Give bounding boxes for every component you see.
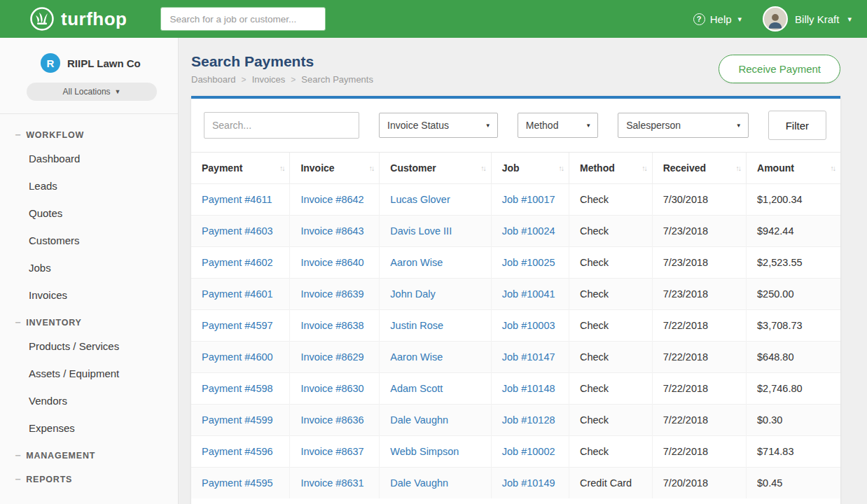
sidebar-item-assets-equipment[interactable]: Assets / Equipment	[0, 360, 178, 387]
column-label: Method	[580, 162, 615, 174]
table-row: Payment #4601Invoice #8639John DalyJob #…	[191, 279, 840, 310]
sidebar-item-vendors[interactable]: Vendors	[0, 387, 178, 414]
payment-link[interactable]: Payment #4596	[202, 446, 273, 457]
select-arrow-icon: ▼	[736, 122, 742, 129]
column-header-customer[interactable]: Customer↑↓	[380, 153, 491, 184]
invoice-link[interactable]: Invoice #8630	[300, 383, 363, 394]
invoice-link[interactable]: Invoice #8636	[300, 414, 363, 426]
page-head: Search Payments Dashboard>Invoices>Searc…	[191, 49, 840, 85]
sidebar-item-jobs[interactable]: Jobs	[0, 254, 178, 281]
cell-customer: Adam Scott	[380, 373, 491, 405]
table-head: Payment↑↓Invoice↑↓Customer↑↓Job↑↓Method↑…	[191, 153, 840, 184]
global-search-input[interactable]	[160, 7, 326, 31]
job-link[interactable]: Job #10017	[502, 194, 555, 205]
locations-wrap: All Locations ▼	[0, 73, 178, 114]
payment-link[interactable]: Payment #4598	[202, 383, 273, 394]
sort-arrows-icon: ↑↓	[279, 164, 284, 172]
column-header-job[interactable]: Job↑↓	[491, 153, 569, 184]
company-logo: R	[41, 53, 60, 73]
payment-link[interactable]: Payment #4611	[202, 194, 272, 205]
job-link[interactable]: Job #10148	[502, 383, 555, 394]
payment-link[interactable]: Payment #4603	[202, 225, 273, 237]
invoice-link[interactable]: Invoice #8643	[300, 225, 363, 237]
cell-method: Check	[569, 184, 652, 216]
payments-search-input[interactable]	[204, 112, 359, 139]
payment-link[interactable]: Payment #4595	[202, 477, 273, 489]
brand-logo[interactable]: turfhop	[29, 6, 127, 31]
column-header-method[interactable]: Method↑↓	[569, 153, 652, 184]
column-header-payment[interactable]: Payment↑↓	[191, 153, 290, 184]
column-header-received[interactable]: Received↑↓	[652, 153, 746, 184]
method-value: Method	[526, 120, 559, 131]
payment-link[interactable]: Payment #4597	[202, 320, 273, 331]
cell-job: Job #10024	[491, 216, 569, 247]
cell-amount: $0.45	[747, 468, 840, 499]
filter-button[interactable]: Filter	[768, 111, 826, 140]
sidebar-item-products-services[interactable]: Products / Services	[0, 332, 178, 360]
user-menu[interactable]: Billy Kraft ▾	[763, 6, 852, 31]
payment-link[interactable]: Payment #4599	[202, 414, 273, 426]
job-link[interactable]: Job #10147	[502, 351, 555, 363]
job-link[interactable]: Job #10024	[502, 225, 555, 237]
invoice-link[interactable]: Invoice #8629	[300, 351, 363, 363]
method-select[interactable]: Method ▼	[518, 113, 598, 138]
cell-method: Check	[569, 373, 652, 405]
cell-payment: Payment #4600	[191, 342, 290, 373]
job-link[interactable]: Job #10041	[502, 288, 555, 300]
customer-link[interactable]: Aaron Wise	[390, 351, 443, 363]
column-label: Invoice	[300, 162, 334, 174]
breadcrumb-item-dashboard[interactable]: Dashboard	[191, 74, 236, 85]
cell-received: 7/20/2018	[652, 468, 746, 499]
job-link[interactable]: Job #10025	[502, 257, 555, 268]
sidebar-item-dashboard[interactable]: Dashboard	[0, 145, 178, 172]
breadcrumb-item-invoices[interactable]: Invoices	[252, 74, 286, 85]
cell-received: 7/22/2018	[652, 373, 746, 405]
customer-link[interactable]: Justin Rose	[390, 320, 443, 331]
job-link[interactable]: Job #10128	[502, 414, 555, 426]
cell-customer: Webb Simpson	[380, 436, 491, 468]
customer-link[interactable]: Lucas Glover	[390, 194, 450, 205]
sort-arrows-icon: ↑↓	[480, 164, 485, 172]
salesperson-select[interactable]: Salesperson ▼	[618, 113, 748, 138]
customer-link[interactable]: Dale Vaughn	[390, 414, 448, 426]
all-locations-dropdown[interactable]: All Locations ▼	[27, 83, 157, 101]
invoice-link[interactable]: Invoice #8640	[300, 257, 363, 268]
job-link[interactable]: Job #10002	[502, 446, 555, 457]
payment-link[interactable]: Payment #4602	[202, 257, 273, 268]
sidebar-item-invoices[interactable]: Invoices	[0, 281, 178, 309]
invoice-link[interactable]: Invoice #8637	[300, 446, 363, 457]
customer-link[interactable]: Dale Vaughn	[390, 477, 448, 489]
receive-payment-button[interactable]: Receive Payment	[719, 55, 840, 83]
column-header-invoice[interactable]: Invoice↑↓	[290, 153, 380, 184]
customer-link[interactable]: John Daly	[390, 288, 435, 300]
title-area: Search Payments Dashboard>Invoices>Searc…	[191, 49, 373, 85]
payments-card: Invoice Status ▼ Method ▼ Salesperson ▼ …	[191, 96, 840, 504]
customer-link[interactable]: Aaron Wise	[390, 257, 443, 268]
customer-link[interactable]: Adam Scott	[390, 383, 443, 394]
cell-invoice: Invoice #8630	[290, 373, 380, 405]
customer-link[interactable]: Davis Love III	[390, 225, 452, 237]
sidebar-item-expenses[interactable]: Expenses	[0, 414, 178, 442]
sidebar-item-customers[interactable]: Customers	[0, 227, 178, 254]
customer-link[interactable]: Webb Simpson	[390, 446, 459, 457]
company-header[interactable]: R RIIPL Lawn Co	[0, 38, 178, 73]
table-row: Payment #4600Invoice #8629Aaron WiseJob …	[191, 342, 840, 373]
column-label: Payment	[202, 162, 242, 174]
sidebar-item-quotes[interactable]: Quotes	[0, 200, 178, 227]
invoice-status-select[interactable]: Invoice Status ▼	[379, 113, 498, 138]
invoice-link[interactable]: Invoice #8642	[300, 194, 363, 205]
payment-link[interactable]: Payment #4601	[202, 288, 273, 300]
job-link[interactable]: Job #10003	[502, 320, 555, 331]
cell-invoice: Invoice #8629	[290, 342, 380, 373]
help-menu[interactable]: ? Help ▾	[693, 13, 742, 25]
column-header-amount[interactable]: Amount↑↓	[747, 153, 840, 184]
sidebar-item-leads[interactable]: Leads	[0, 172, 178, 200]
cell-method: Credit Card	[569, 468, 652, 499]
sidebar-section-reports: ┄REPORTS	[0, 465, 178, 489]
invoice-link[interactable]: Invoice #8639	[300, 288, 363, 300]
invoice-link[interactable]: Invoice #8631	[300, 477, 363, 489]
invoice-link[interactable]: Invoice #8638	[300, 320, 363, 331]
job-link[interactable]: Job #10149	[502, 477, 555, 489]
cell-received: 7/22/2018	[652, 436, 746, 468]
payment-link[interactable]: Payment #4600	[202, 351, 273, 363]
